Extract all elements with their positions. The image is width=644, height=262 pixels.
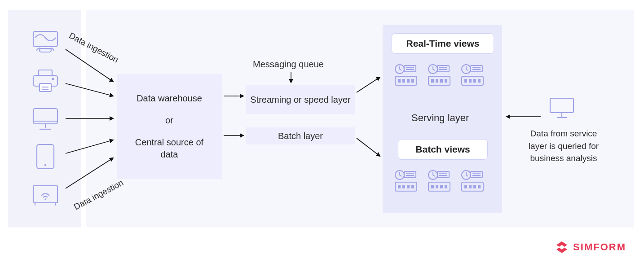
svg-rect-43 — [473, 79, 476, 83]
server-icon — [393, 169, 419, 196]
realtime-views-label: Real-Time views — [406, 38, 479, 49]
svg-rect-71 — [478, 185, 481, 188]
batch-layer-node: Batch layer — [246, 127, 355, 144]
batch-views-pill: Batch views — [398, 139, 488, 160]
svg-rect-62 — [445, 185, 447, 188]
svg-rect-50 — [398, 185, 401, 188]
svg-rect-28 — [437, 66, 449, 72]
streaming-layer-node: Streaming or speed layer — [246, 85, 355, 114]
svg-rect-61 — [440, 185, 443, 188]
or-label: or — [165, 114, 173, 127]
messaging-queue-label: Messaging queue — [253, 59, 324, 70]
svg-rect-51 — [402, 185, 405, 188]
query-client-icon — [548, 96, 576, 122]
svg-rect-19 — [404, 66, 416, 72]
printer-icon — [31, 68, 60, 96]
central-source-label: Central source of data — [129, 136, 210, 161]
streaming-layer-label: Streaming or speed layer — [250, 94, 350, 106]
brand-logo: SIMFORM — [555, 240, 626, 254]
svg-rect-44 — [478, 79, 481, 83]
server-icon — [427, 63, 452, 90]
svg-rect-59 — [431, 185, 434, 188]
router-icon — [31, 29, 60, 57]
svg-point-15 — [44, 198, 46, 200]
svg-rect-37 — [471, 66, 482, 72]
data-warehouse-node: Data warehouse or Central source of data — [117, 74, 222, 179]
batch-layer-label: Batch layer — [278, 131, 323, 141]
svg-rect-24 — [402, 79, 405, 83]
simform-mark-icon — [555, 240, 569, 254]
server-icon — [460, 169, 485, 196]
svg-rect-32 — [431, 79, 434, 83]
serving-layer-label: Serving layer — [411, 112, 469, 124]
server-icon — [393, 63, 419, 90]
svg-rect-55 — [437, 171, 449, 178]
svg-rect-1 — [40, 48, 51, 52]
svg-rect-42 — [469, 79, 472, 83]
brand-name: SIMFORM — [573, 241, 626, 253]
data-warehouse-label: Data warehouse — [137, 92, 202, 105]
query-description: Data from service layer is queried for b… — [523, 127, 604, 165]
svg-rect-26 — [411, 79, 414, 83]
svg-rect-52 — [407, 185, 410, 188]
svg-point-4 — [52, 78, 54, 80]
svg-rect-23 — [398, 79, 401, 83]
svg-rect-70 — [473, 185, 476, 188]
svg-rect-35 — [445, 79, 447, 83]
server-icon — [460, 63, 485, 90]
svg-rect-14 — [33, 186, 57, 203]
svg-rect-72 — [550, 98, 573, 113]
svg-rect-68 — [464, 185, 467, 188]
smart-tv-icon — [31, 182, 60, 210]
svg-rect-2 — [39, 70, 52, 75]
svg-rect-60 — [436, 185, 438, 188]
svg-rect-25 — [407, 79, 410, 83]
batch-views-label: Batch views — [415, 144, 470, 155]
svg-rect-69 — [469, 185, 472, 188]
svg-rect-33 — [436, 79, 438, 83]
tablet-icon — [35, 143, 56, 172]
svg-point-13 — [44, 164, 46, 166]
server-icon — [427, 169, 452, 196]
svg-rect-46 — [404, 171, 416, 178]
realtime-views-pill: Real-Time views — [392, 33, 494, 54]
svg-rect-41 — [464, 79, 467, 83]
svg-rect-64 — [471, 171, 482, 178]
svg-rect-53 — [411, 185, 414, 188]
svg-rect-34 — [440, 79, 443, 83]
desktop-icon — [31, 106, 60, 134]
